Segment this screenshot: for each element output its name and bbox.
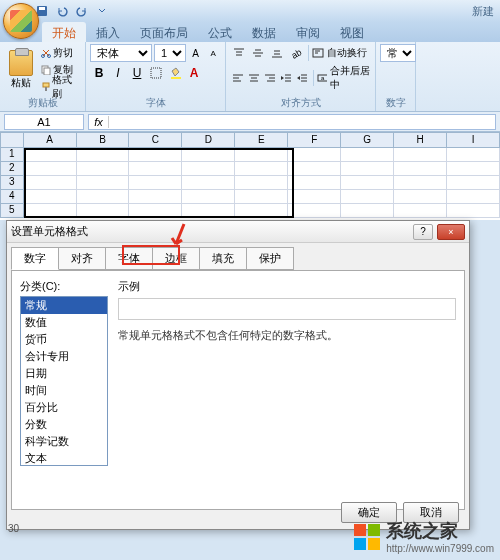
category-item[interactable]: 百分比 [21, 399, 107, 416]
cell[interactable] [447, 162, 500, 176]
select-all-corner[interactable] [0, 132, 24, 148]
align-left[interactable] [230, 69, 245, 87]
cell[interactable] [77, 162, 130, 176]
indent-dec[interactable] [279, 69, 294, 87]
row-header[interactable]: 2 [0, 162, 24, 176]
underline-button[interactable]: U [128, 64, 146, 82]
cell[interactable] [288, 176, 341, 190]
cell[interactable] [394, 176, 447, 190]
category-item[interactable]: 会计专用 [21, 348, 107, 365]
cell[interactable] [24, 190, 77, 204]
col-header[interactable]: B [77, 132, 130, 148]
cell[interactable] [235, 176, 288, 190]
category-item[interactable]: 时间 [21, 382, 107, 399]
bold-button[interactable]: B [90, 64, 108, 82]
col-header[interactable]: A [24, 132, 77, 148]
fx-icon[interactable]: fx [89, 116, 109, 128]
font-size-select[interactable]: 11 [154, 44, 186, 62]
dlg-tab-font[interactable]: 字体 [105, 247, 153, 270]
col-header[interactable]: E [235, 132, 288, 148]
tab-insert[interactable]: 插入 [86, 22, 130, 42]
col-header[interactable]: I [447, 132, 500, 148]
cut-button[interactable]: 剪切 [41, 45, 81, 61]
align-bottom[interactable] [268, 44, 286, 62]
cell[interactable] [77, 190, 130, 204]
cell[interactable] [77, 148, 130, 162]
cell[interactable] [182, 190, 235, 204]
number-format-select[interactable]: 常规 [380, 44, 416, 62]
dlg-tab-protect[interactable]: 保护 [246, 247, 294, 270]
dialog-help-button[interactable]: ? [413, 224, 433, 240]
category-item[interactable]: 数值 [21, 314, 107, 331]
dialog-close-button[interactable]: × [437, 224, 465, 240]
category-item[interactable]: 日期 [21, 365, 107, 382]
cell[interactable] [447, 190, 500, 204]
cell[interactable] [394, 204, 447, 218]
increase-font-button[interactable]: A [188, 44, 204, 62]
cell[interactable] [24, 148, 77, 162]
category-item[interactable]: 科学记数 [21, 433, 107, 450]
spreadsheet-grid[interactable]: A B C D E F G H I 1 2 3 4 5 [0, 132, 500, 220]
cell[interactable] [129, 148, 182, 162]
cell[interactable] [129, 204, 182, 218]
cell[interactable] [288, 162, 341, 176]
formula-input[interactable]: fx [88, 114, 496, 130]
cell[interactable] [77, 176, 130, 190]
font-name-select[interactable]: 宋体 [90, 44, 152, 62]
cell[interactable] [182, 162, 235, 176]
align-right[interactable] [262, 69, 277, 87]
cell[interactable] [447, 176, 500, 190]
col-header[interactable]: H [394, 132, 447, 148]
col-header[interactable]: C [129, 132, 182, 148]
cell[interactable] [288, 148, 341, 162]
dialog-titlebar[interactable]: 设置单元格格式 ? × [7, 221, 469, 243]
cell[interactable] [341, 148, 394, 162]
cell[interactable] [24, 162, 77, 176]
cell[interactable] [24, 176, 77, 190]
cell[interactable] [447, 204, 500, 218]
align-center[interactable] [246, 69, 261, 87]
cell[interactable] [77, 204, 130, 218]
cell[interactable] [288, 190, 341, 204]
col-header[interactable]: F [288, 132, 341, 148]
tab-data[interactable]: 数据 [242, 22, 286, 42]
category-listbox[interactable]: 常规 数值 货币 会计专用 日期 时间 百分比 分数 科学记数 文本 特殊 自定… [20, 296, 108, 466]
category-item[interactable]: 货币 [21, 331, 107, 348]
align-middle[interactable] [249, 44, 267, 62]
cell[interactable] [394, 190, 447, 204]
cell[interactable] [394, 162, 447, 176]
cell[interactable] [24, 204, 77, 218]
cell[interactable] [129, 176, 182, 190]
cell[interactable] [235, 204, 288, 218]
orientation[interactable]: ab [287, 44, 305, 62]
merge-center-button[interactable]: 合并后居中 [330, 64, 371, 92]
dlg-tab-fill[interactable]: 填充 [199, 247, 247, 270]
cell[interactable] [129, 162, 182, 176]
tab-view[interactable]: 视图 [330, 22, 374, 42]
category-item[interactable]: 分数 [21, 416, 107, 433]
cell[interactable] [341, 190, 394, 204]
cell[interactable] [235, 162, 288, 176]
tab-home[interactable]: 开始 [42, 22, 86, 42]
cell[interactable] [394, 148, 447, 162]
align-top[interactable] [230, 44, 248, 62]
qat-more[interactable] [93, 3, 111, 19]
tab-formulas[interactable]: 公式 [198, 22, 242, 42]
category-item[interactable]: 文本 [21, 450, 107, 466]
tab-layout[interactable]: 页面布局 [130, 22, 198, 42]
dlg-tab-align[interactable]: 对齐 [58, 247, 106, 270]
cell[interactable] [341, 204, 394, 218]
col-header[interactable]: D [182, 132, 235, 148]
row-header[interactable]: 3 [0, 176, 24, 190]
cell[interactable] [341, 176, 394, 190]
cell[interactable] [182, 204, 235, 218]
row-header[interactable]: 4 [0, 190, 24, 204]
cell[interactable] [129, 190, 182, 204]
row-header[interactable]: 1 [0, 148, 24, 162]
italic-button[interactable]: I [109, 64, 127, 82]
paste-button[interactable]: 粘贴 [4, 44, 39, 96]
cell[interactable] [447, 148, 500, 162]
col-header[interactable]: G [341, 132, 394, 148]
decrease-font-button[interactable]: A [205, 44, 221, 62]
cell[interactable] [182, 148, 235, 162]
